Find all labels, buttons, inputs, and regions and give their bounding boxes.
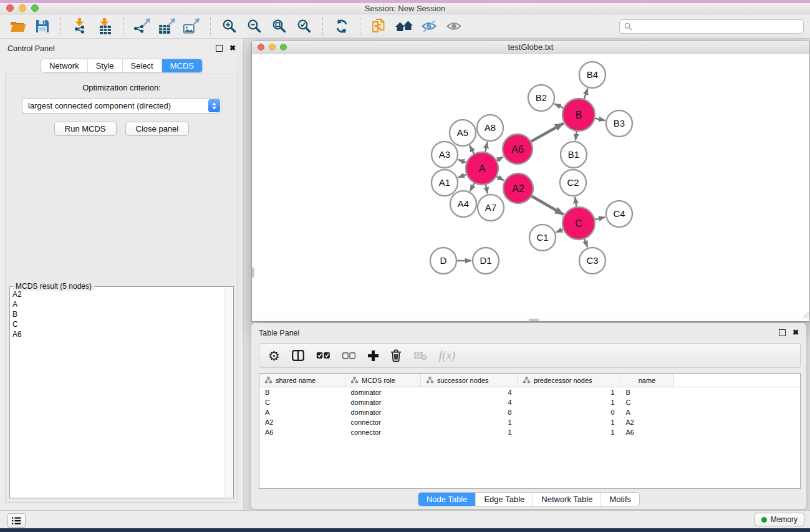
close-panel-icon[interactable]: ✖	[229, 44, 236, 52]
export-table-button[interactable]	[156, 16, 178, 36]
mcds-result-item[interactable]: A2	[12, 289, 224, 299]
mcds-result-item[interactable]: A6	[12, 329, 224, 339]
table-cell[interactable]: B	[259, 387, 345, 398]
search-input[interactable]	[635, 21, 799, 31]
zoom-out-button[interactable]	[243, 16, 266, 36]
network-graph[interactable]: AA1A2A3A4A5A6A7A8BB1B2B3B4CC1C2C3C4DD1	[252, 54, 809, 321]
column-header-mcds-role[interactable]: MCDS role	[345, 374, 421, 387]
table-cell[interactable]: connector	[345, 427, 421, 437]
tab-node-table[interactable]: Node Table	[418, 493, 476, 506]
table-cell[interactable]: 1	[518, 387, 620, 398]
open-session-button[interactable]	[6, 16, 29, 36]
tab-motifs[interactable]: Motifs	[600, 493, 639, 506]
settings-gear-icon[interactable]: ⚙	[268, 349, 280, 362]
network-close-button[interactable]	[258, 44, 264, 51]
tab-style[interactable]: Style	[87, 59, 122, 72]
graph-edge-A-A7[interactable]	[486, 184, 488, 193]
hide-annotations-button[interactable]	[418, 16, 440, 36]
table-cell[interactable]: B	[620, 387, 674, 398]
graph-edge-A2-C[interactable]	[531, 196, 564, 215]
table-cell[interactable]: 1	[421, 427, 518, 437]
network-zoom-button[interactable]	[280, 44, 287, 51]
graph-edge-A-A8[interactable]	[485, 142, 487, 153]
close-panel-icon[interactable]: ✖	[793, 329, 799, 336]
graph-edge-A-A2[interactable]	[496, 177, 504, 181]
graph-edge-A-A4[interactable]	[470, 183, 475, 191]
tab-edge-table[interactable]: Edge Table	[475, 493, 533, 506]
table-cell[interactable]: 1	[518, 427, 620, 437]
tab-network-table[interactable]: Network Table	[533, 493, 600, 506]
table-row[interactable]: Bdominator41B	[259, 387, 800, 398]
graph-edge-B-B1[interactable]	[576, 131, 577, 140]
graph-edge-C-C3[interactable]	[584, 238, 587, 247]
network-canvas[interactable]: AA1A2A3A4A5A6A7A8BB1B2B3B4CC1C2C3C4DD1	[252, 54, 809, 321]
select-all-icon[interactable]	[316, 352, 330, 359]
table-row[interactable]: Cdominator41C	[259, 397, 800, 407]
table-cell[interactable]: A2	[620, 417, 674, 427]
graph-edge-A-A6[interactable]	[496, 157, 503, 160]
table-row[interactable]: Adominator80A	[259, 407, 800, 417]
network-minimize-button[interactable]	[269, 44, 276, 51]
table-cell[interactable]: C	[259, 397, 345, 407]
graph-edge-A6-B[interactable]	[531, 123, 564, 142]
tab-select[interactable]: Select	[122, 59, 162, 72]
show-columns-icon[interactable]	[292, 350, 304, 361]
tab-mcds[interactable]: MCDS	[162, 59, 202, 72]
zoom-in-button[interactable]	[218, 16, 241, 36]
export-network-button[interactable]	[131, 16, 153, 36]
mcds-result-list[interactable]: A2ABCA6	[11, 289, 224, 496]
show-annotations-button[interactable]	[443, 16, 465, 36]
table-cell[interactable]: dominator	[345, 387, 421, 398]
table-cell[interactable]: 4	[421, 397, 518, 407]
table-row[interactable]: A6connector11A6	[259, 427, 800, 437]
graph-edge-A-A3[interactable]	[458, 160, 467, 163]
column-header-shared-name[interactable]: shared name	[259, 374, 345, 387]
vertical-scroll-stub[interactable]	[252, 268, 254, 278]
add-column-icon[interactable]	[368, 351, 378, 361]
table-cell[interactable]: connector	[345, 417, 421, 427]
network-window-titlebar[interactable]: testGlobe.txt	[252, 41, 809, 55]
table-cell[interactable]: dominator	[345, 397, 421, 407]
mcds-result-item[interactable]: A	[12, 299, 224, 309]
table-cell[interactable]: A6	[259, 427, 345, 437]
home-button[interactable]	[393, 16, 415, 36]
float-panel-icon[interactable]	[779, 329, 786, 336]
mcds-result-item[interactable]: B	[12, 309, 224, 319]
graph-edge-C-C2[interactable]	[575, 197, 576, 207]
table-cell[interactable]: 0	[518, 407, 620, 417]
graph-edge-B-B2[interactable]	[554, 104, 564, 108]
table-cell[interactable]: A	[259, 407, 345, 417]
table-cell[interactable]: A	[620, 407, 674, 417]
table-row[interactable]: A2connector11A2	[259, 417, 800, 427]
float-panel-icon[interactable]	[216, 45, 223, 52]
search-field[interactable]	[619, 19, 804, 34]
column-header-predecessor-nodes[interactable]: predecessor nodes	[518, 374, 620, 387]
save-session-button[interactable]	[31, 16, 54, 36]
table-cell[interactable]: A6	[620, 427, 674, 437]
delete-column-icon[interactable]	[390, 349, 402, 362]
zoom-fit-button[interactable]	[268, 16, 291, 36]
deselect-all-icon[interactable]	[342, 352, 356, 359]
run-mcds-button[interactable]: Run MCDS	[54, 122, 117, 136]
delete-table-icon[interactable]	[413, 351, 427, 360]
resize-grip[interactable]	[801, 309, 809, 321]
column-header-name[interactable]: name	[620, 374, 674, 387]
graph-edge-C-C4[interactable]	[594, 217, 605, 220]
mcds-result-item[interactable]: C	[12, 319, 224, 329]
table-cell[interactable]: A2	[259, 417, 345, 427]
import-table-button[interactable]	[94, 16, 116, 36]
memory-button[interactable]: Memory	[755, 513, 804, 526]
graph-edge-A-A5[interactable]	[470, 145, 475, 154]
table-cell[interactable]: 1	[421, 417, 518, 427]
graph-edge-C-C1[interactable]	[556, 230, 563, 233]
result-scrollbar[interactable]	[224, 288, 233, 497]
table-cell[interactable]: dominator	[345, 407, 421, 417]
table-cell[interactable]: 1	[518, 417, 620, 427]
tab-network[interactable]: Network	[41, 59, 87, 72]
table-cell[interactable]: 8	[421, 407, 518, 417]
zoom-selected-button[interactable]	[293, 16, 316, 36]
close-panel-button[interactable]: Close panel	[125, 122, 190, 136]
graph-edge-A-A1[interactable]	[458, 174, 466, 177]
graph-edge-B-B4[interactable]	[584, 89, 587, 100]
node-table[interactable]: shared nameMCDS rolesuccessor nodesprede…	[259, 373, 801, 489]
